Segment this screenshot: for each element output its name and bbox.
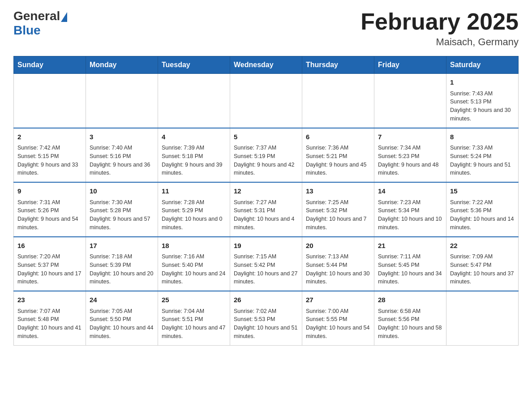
logo-top: General [13, 9, 67, 23]
day-number: 12 [234, 186, 298, 197]
day-number: 11 [162, 186, 226, 197]
day-number: 6 [306, 132, 370, 142]
calendar-day-cell [446, 291, 519, 345]
calendar-day-cell: 11Sunrise: 7:28 AM Sunset: 5:29 PM Dayli… [158, 182, 230, 237]
calendar-day-cell: 17Sunrise: 7:18 AM Sunset: 5:39 PM Dayli… [86, 237, 158, 291]
day-info: Sunrise: 7:11 AM Sunset: 5:45 PM Dayligh… [378, 253, 442, 286]
calendar-table: SundayMondayTuesdayWednesdayThursdayFrid… [13, 56, 519, 346]
calendar-day-cell: 18Sunrise: 7:16 AM Sunset: 5:40 PM Dayli… [158, 237, 230, 291]
calendar-day-cell [374, 74, 446, 128]
day-number: 3 [90, 132, 154, 142]
page-header: General Blue February 2025 Maisach, Germ… [13, 9, 519, 48]
day-of-week-header: Monday [86, 56, 158, 74]
day-info: Sunrise: 7:07 AM Sunset: 5:48 PM Dayligh… [17, 307, 82, 341]
day-info: Sunrise: 7:16 AM Sunset: 5:40 PM Dayligh… [162, 253, 226, 286]
day-number: 17 [90, 241, 154, 251]
day-number: 19 [234, 241, 298, 251]
day-of-week-header: Saturday [446, 56, 519, 74]
day-number: 13 [306, 186, 370, 197]
day-info: Sunrise: 7:05 AM Sunset: 5:50 PM Dayligh… [90, 307, 154, 341]
calendar-week-row: 16Sunrise: 7:20 AM Sunset: 5:37 PM Dayli… [14, 237, 519, 291]
day-info: Sunrise: 7:22 AM Sunset: 5:36 PM Dayligh… [450, 198, 515, 232]
calendar-day-cell [14, 74, 86, 128]
day-number: 15 [450, 186, 515, 197]
day-info: Sunrise: 7:27 AM Sunset: 5:31 PM Dayligh… [234, 198, 298, 232]
calendar-day-cell: 9Sunrise: 7:31 AM Sunset: 5:26 PM Daylig… [14, 182, 86, 237]
calendar-day-cell: 28Sunrise: 6:58 AM Sunset: 5:56 PM Dayli… [374, 291, 446, 345]
calendar-day-cell: 20Sunrise: 7:13 AM Sunset: 5:44 PM Dayli… [302, 237, 374, 291]
day-info: Sunrise: 7:02 AM Sunset: 5:53 PM Dayligh… [234, 307, 298, 341]
calendar-day-cell: 1Sunrise: 7:43 AM Sunset: 5:13 PM Daylig… [446, 74, 519, 128]
logo: General Blue [13, 9, 67, 38]
day-number: 26 [234, 295, 298, 305]
day-info: Sunrise: 7:30 AM Sunset: 5:28 PM Dayligh… [90, 198, 154, 232]
day-of-week-header: Friday [374, 56, 446, 74]
day-number: 9 [17, 186, 82, 197]
day-info: Sunrise: 7:25 AM Sunset: 5:32 PM Dayligh… [306, 198, 370, 232]
day-number: 4 [162, 132, 226, 142]
day-info: Sunrise: 7:40 AM Sunset: 5:16 PM Dayligh… [90, 144, 154, 177]
day-info: Sunrise: 7:43 AM Sunset: 5:13 PM Dayligh… [450, 90, 515, 123]
day-info: Sunrise: 7:33 AM Sunset: 5:24 PM Dayligh… [450, 144, 515, 177]
calendar-day-cell [158, 74, 230, 128]
calendar-week-row: 1Sunrise: 7:43 AM Sunset: 5:13 PM Daylig… [14, 74, 519, 128]
day-number: 25 [162, 295, 226, 305]
calendar-day-cell: 21Sunrise: 7:11 AM Sunset: 5:45 PM Dayli… [374, 237, 446, 291]
calendar-day-cell [302, 74, 374, 128]
day-info: Sunrise: 7:28 AM Sunset: 5:29 PM Dayligh… [162, 198, 226, 232]
day-number: 5 [234, 132, 298, 142]
day-of-week-header: Thursday [302, 56, 374, 74]
day-of-week-header: Sunday [14, 56, 86, 74]
location: Maisach, Germany [360, 36, 519, 48]
day-number: 8 [450, 132, 515, 142]
day-info: Sunrise: 7:42 AM Sunset: 5:15 PM Dayligh… [17, 144, 82, 177]
calendar-day-cell: 8Sunrise: 7:33 AM Sunset: 5:24 PM Daylig… [446, 128, 519, 183]
calendar-day-cell: 12Sunrise: 7:27 AM Sunset: 5:31 PM Dayli… [230, 182, 302, 237]
day-info: Sunrise: 7:13 AM Sunset: 5:44 PM Dayligh… [306, 253, 370, 286]
calendar-week-row: 9Sunrise: 7:31 AM Sunset: 5:26 PM Daylig… [14, 182, 519, 237]
calendar-day-cell: 24Sunrise: 7:05 AM Sunset: 5:50 PM Dayli… [86, 291, 158, 345]
calendar-day-cell: 23Sunrise: 7:07 AM Sunset: 5:48 PM Dayli… [14, 291, 86, 345]
day-number: 23 [17, 295, 82, 305]
calendar-day-cell: 6Sunrise: 7:36 AM Sunset: 5:21 PM Daylig… [302, 128, 374, 183]
calendar-day-cell: 14Sunrise: 7:23 AM Sunset: 5:34 PM Dayli… [374, 182, 446, 237]
day-number: 2 [17, 132, 82, 142]
day-of-week-header: Wednesday [230, 56, 302, 74]
calendar-day-cell: 26Sunrise: 7:02 AM Sunset: 5:53 PM Dayli… [230, 291, 302, 345]
day-number: 22 [450, 241, 515, 251]
calendar-day-cell: 15Sunrise: 7:22 AM Sunset: 5:36 PM Dayli… [446, 182, 519, 237]
logo-triangle-icon [61, 12, 67, 22]
title-area: February 2025 Maisach, Germany [360, 9, 519, 48]
calendar-day-cell: 22Sunrise: 7:09 AM Sunset: 5:47 PM Dayli… [446, 237, 519, 291]
day-of-week-header: Tuesday [158, 56, 230, 74]
day-number: 18 [162, 241, 226, 251]
day-info: Sunrise: 7:34 AM Sunset: 5:23 PM Dayligh… [378, 144, 442, 177]
calendar-week-row: 23Sunrise: 7:07 AM Sunset: 5:48 PM Dayli… [14, 291, 519, 345]
day-number: 20 [306, 241, 370, 251]
day-number: 16 [17, 241, 82, 251]
day-info: Sunrise: 7:31 AM Sunset: 5:26 PM Dayligh… [17, 198, 82, 232]
day-number: 28 [378, 295, 442, 305]
day-number: 1 [450, 77, 515, 88]
day-info: Sunrise: 7:39 AM Sunset: 5:18 PM Dayligh… [162, 144, 226, 177]
calendar-day-cell: 2Sunrise: 7:42 AM Sunset: 5:15 PM Daylig… [14, 128, 86, 183]
calendar-day-cell: 19Sunrise: 7:15 AM Sunset: 5:42 PM Dayli… [230, 237, 302, 291]
day-number: 27 [306, 295, 370, 305]
day-info: Sunrise: 7:09 AM Sunset: 5:47 PM Dayligh… [450, 253, 515, 286]
calendar-day-cell: 13Sunrise: 7:25 AM Sunset: 5:32 PM Dayli… [302, 182, 374, 237]
day-number: 7 [378, 132, 442, 142]
calendar-day-cell: 25Sunrise: 7:04 AM Sunset: 5:51 PM Dayli… [158, 291, 230, 345]
day-info: Sunrise: 7:00 AM Sunset: 5:55 PM Dayligh… [306, 307, 370, 341]
day-info: Sunrise: 7:23 AM Sunset: 5:34 PM Dayligh… [378, 198, 442, 232]
calendar-day-cell: 10Sunrise: 7:30 AM Sunset: 5:28 PM Dayli… [86, 182, 158, 237]
calendar-day-cell: 27Sunrise: 7:00 AM Sunset: 5:55 PM Dayli… [302, 291, 374, 345]
calendar-day-cell: 3Sunrise: 7:40 AM Sunset: 5:16 PM Daylig… [86, 128, 158, 183]
day-number: 21 [378, 241, 442, 251]
calendar-header-row: SundayMondayTuesdayWednesdayThursdayFrid… [14, 56, 519, 74]
day-info: Sunrise: 7:18 AM Sunset: 5:39 PM Dayligh… [90, 253, 154, 286]
calendar-day-cell: 16Sunrise: 7:20 AM Sunset: 5:37 PM Dayli… [14, 237, 86, 291]
day-number: 10 [90, 186, 154, 197]
day-info: Sunrise: 7:04 AM Sunset: 5:51 PM Dayligh… [162, 307, 226, 341]
logo-general-text: General [13, 9, 60, 23]
day-info: Sunrise: 7:15 AM Sunset: 5:42 PM Dayligh… [234, 253, 298, 286]
